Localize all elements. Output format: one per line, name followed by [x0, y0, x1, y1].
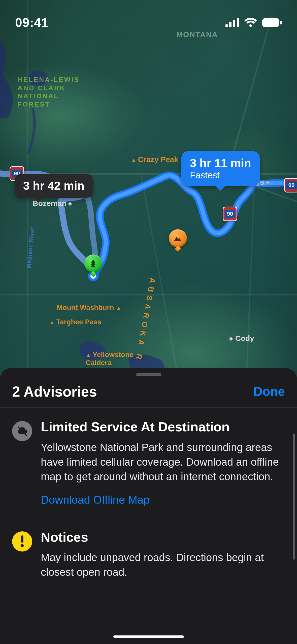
route-primary-sub: Fastest	[190, 170, 251, 181]
map-peak-washburn: Mount Washburn ▲	[57, 304, 123, 312]
map-river-madison: Madison River	[26, 227, 36, 268]
svg-rect-5	[237, 18, 239, 27]
poi-pin-park[interactable]	[84, 254, 102, 273]
svg-point-0	[28, 71, 48, 86]
svg-rect-7	[280, 21, 282, 24]
svg-rect-6	[262, 18, 279, 27]
mountain-icon	[173, 233, 183, 243]
advisory-text: May include unpaved roads. Directions be…	[41, 550, 285, 579]
poi-pin-mountain[interactable]	[169, 229, 187, 247]
route-alt-time: 3 hr 42 min	[23, 179, 84, 192]
route-callout-alternate[interactable]: 3 hr 42 min	[15, 174, 93, 198]
advisory-notices: Notices May include unpaved roads. Direc…	[0, 518, 297, 591]
svg-point-1	[89, 272, 97, 280]
route-callout-primary[interactable]: 3 hr 11 min Fastest	[181, 151, 260, 186]
status-icons	[225, 18, 282, 27]
hwy-shield-90-west: 90	[10, 166, 24, 181]
map-range-absaroka: ABSAROKA R	[134, 277, 157, 364]
sheet-grabber[interactable]	[136, 373, 161, 376]
wifi-icon	[244, 18, 257, 27]
no-cloud-icon	[12, 421, 32, 441]
map-peak-crazy: ▲Crazy Peak	[131, 155, 178, 164]
map-city-bozeman: Bozeman	[33, 199, 72, 208]
map-forest-helena: HELENA-LEWIS AND CLARK NATIONAL FOREST	[18, 76, 80, 108]
warning-icon	[12, 531, 32, 552]
home-indicator[interactable]	[113, 635, 184, 638]
battery-icon	[262, 18, 282, 27]
done-button[interactable]: Done	[253, 384, 285, 399]
svg-point-9	[21, 544, 24, 547]
svg-rect-2	[225, 24, 228, 27]
sheet-title: 2 Advisories	[12, 383, 97, 400]
status-bar: 09:41	[0, 0, 297, 38]
hwy-shield-90-east: 90	[284, 178, 297, 192]
svg-rect-4	[233, 20, 235, 27]
status-time: 09:41	[15, 15, 49, 30]
screen: MONTANA HELENA-LEWIS AND CLARK NATIONAL …	[0, 0, 297, 644]
map-city-cody: Cody	[229, 334, 254, 343]
tree-icon	[88, 259, 98, 269]
advisory-body: Notices May include unpaved roads. Direc…	[41, 530, 285, 580]
route-primary-time: 3 hr 11 min	[190, 157, 251, 170]
map-peak-caldera: ▲Yellowstone Caldera	[86, 351, 134, 367]
hwy-shield-90-mid: 90	[223, 207, 237, 221]
advisory-title: Notices	[41, 530, 285, 545]
cellular-icon	[225, 18, 239, 27]
map-city-billings: Billings	[237, 178, 270, 186]
advisories-sheet: 2 Advisories Done Limited Service At Des…	[0, 368, 297, 644]
advisory-body: Limited Service At Destination Yellowsto…	[41, 420, 285, 506]
advisory-text: Yellowstone National Park and surroundin…	[41, 440, 285, 484]
sheet-header: 2 Advisories Done	[0, 381, 297, 407]
scroll-indicator	[293, 434, 295, 560]
svg-rect-3	[229, 22, 232, 27]
download-offline-map-link[interactable]: Download Offline Map	[41, 494, 150, 506]
advisory-limited-service: Limited Service At Destination Yellowsto…	[0, 408, 297, 518]
advisory-title: Limited Service At Destination	[41, 420, 285, 435]
svg-rect-8	[21, 535, 23, 543]
map-peak-targhee: ▲Targhee Pass	[49, 318, 102, 326]
